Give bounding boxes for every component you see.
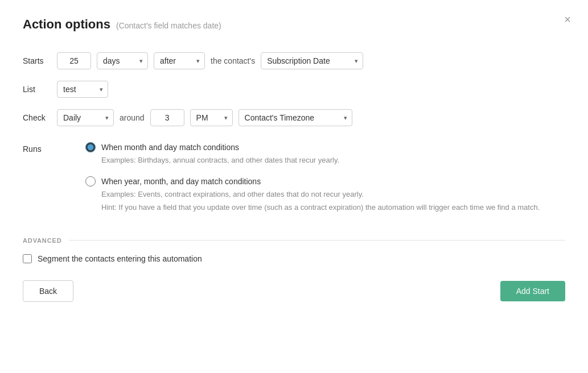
check-row: Check Daily Weekly Monthly ▾ around AM P… — [23, 109, 565, 126]
days-select[interactable]: days weeks months — [97, 52, 148, 69]
subscription-date-select[interactable]: Subscription Date Birthday Contract Date — [261, 52, 363, 69]
divider-line — [69, 240, 565, 241]
add-start-button[interactable]: Add Start — [500, 281, 565, 301]
after-select-wrap: after before ▾ — [154, 52, 205, 69]
runs-option-2-desc2: Hint: If you have a field that you updat… — [101, 202, 565, 213]
runs-section: Runs When month and day match conditions… — [23, 142, 565, 223]
segment-checkbox[interactable] — [23, 254, 32, 263]
runs-option-1-row: When month and day match conditions — [85, 142, 565, 152]
runs-radio-1[interactable] — [85, 142, 96, 152]
runs-option-2-label: When year, month, and day match conditio… — [101, 177, 261, 186]
runs-radio-2[interactable] — [85, 176, 96, 186]
back-button[interactable]: Back — [23, 280, 73, 302]
form-section: Starts days weeks months ▾ after before … — [23, 52, 565, 126]
close-button[interactable]: × — [564, 14, 571, 25]
footer: Back Add Start — [23, 280, 565, 302]
runs-option-1: When month and day match conditions Exam… — [85, 142, 565, 166]
runs-options: When month and day match conditions Exam… — [85, 142, 565, 223]
modal-title: Action options — [23, 17, 110, 32]
segment-label: Segment the contacts entering this autom… — [38, 254, 202, 263]
advanced-label: ADVANCED — [23, 237, 62, 244]
timezone-select-wrap: Contact's Timezone UTC EST ▾ — [239, 109, 352, 126]
after-select[interactable]: after before — [154, 52, 205, 69]
modal-subtitle: (Contact's field matches date) — [116, 21, 221, 30]
runs-label: Runs — [23, 142, 51, 154]
ampm-select-wrap: AM PM ▾ — [190, 109, 233, 126]
runs-option-1-desc: Examples: Birthdays, annual contracts, a… — [101, 155, 565, 166]
starts-label: Starts — [23, 56, 51, 65]
starts-row: Starts days weeks months ▾ after before … — [23, 52, 565, 69]
list-label: List — [23, 85, 51, 94]
subscription-date-select-wrap: Subscription Date Birthday Contract Date… — [261, 52, 363, 69]
modal-container: Action options (Contact's field matches … — [0, 0, 588, 373]
segment-row: Segment the contacts entering this autom… — [23, 254, 565, 263]
ampm-select[interactable]: AM PM — [190, 109, 233, 126]
around-text: around — [120, 113, 145, 122]
runs-option-2-desc1: Examples: Events, contract expirations, … — [101, 189, 565, 200]
runs-option-2: When year, month, and day match conditio… — [85, 176, 565, 213]
days-select-wrap: days weeks months ▾ — [97, 52, 148, 69]
advanced-divider: ADVANCED — [23, 237, 565, 244]
runs-option-2-row: When year, month, and day match conditio… — [85, 176, 565, 186]
list-select-wrap: test list1 list2 ▾ — [57, 81, 108, 98]
check-label: Check — [23, 113, 51, 122]
freq-select-wrap: Daily Weekly Monthly ▾ — [57, 109, 114, 126]
list-select[interactable]: test list1 list2 — [57, 81, 108, 98]
modal-header: Action options (Contact's field matches … — [23, 17, 565, 32]
list-row: List test list1 list2 ▾ — [23, 81, 565, 98]
runs-option-1-label: When month and day match conditions — [101, 143, 239, 152]
time-input[interactable] — [150, 109, 184, 126]
starts-number-input[interactable] — [57, 52, 91, 69]
frequency-select[interactable]: Daily Weekly Monthly — [57, 109, 114, 126]
contact-text: the contact's — [211, 56, 255, 65]
timezone-select[interactable]: Contact's Timezone UTC EST — [239, 109, 352, 126]
